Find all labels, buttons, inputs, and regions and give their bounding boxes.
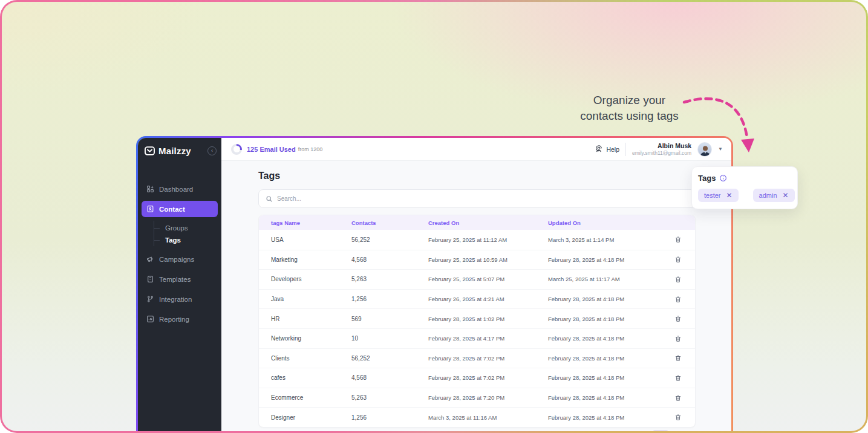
updated-on-cell: February 28, 2025 at 4:18 PM (548, 335, 661, 342)
table-header-row: tags Name Contacts Created On Updated On (259, 215, 695, 230)
table-row: Clients56,252February 28, 2025 at 7:02 P… (259, 348, 695, 368)
row-actions (661, 373, 695, 383)
table-row: Networking10February 28, 2025 at 4:17 PM… (259, 328, 695, 348)
tag-chip-label: tester (704, 192, 721, 199)
row-actions (661, 412, 695, 422)
table-row: cafes4,568February 28, 2025 at 7:02 PMFe… (259, 368, 695, 388)
annotation-line-2: contacts using tags (573, 108, 685, 124)
tag-name-cell: Ecommerce (271, 394, 351, 401)
page-content: Tags tags Name Contacts Created On (221, 161, 731, 428)
sidebar-item-templates[interactable]: Templates (142, 271, 218, 287)
sidebar-item-reporting[interactable]: Reporting (142, 311, 218, 327)
trash-icon (674, 354, 682, 362)
page-title: Tags (258, 171, 696, 181)
trash-icon (674, 374, 682, 382)
delete-tag-button[interactable] (673, 353, 683, 363)
trash-icon (674, 256, 682, 263)
contacts-cell: 4,568 (351, 256, 428, 263)
created-on-cell: February 28, 2025 at 4:17 PM (428, 335, 548, 342)
help-label: Help (606, 146, 619, 153)
git-branch-icon (146, 295, 154, 303)
tag-chip-tester[interactable]: tester ✕ (698, 189, 739, 202)
contacts-cell: 5,263 (351, 394, 428, 401)
row-actions (661, 275, 695, 284)
delete-tag-button[interactable] (673, 255, 683, 264)
created-on-cell: February 28, 2025 at 7:02 PM (428, 374, 548, 381)
created-on-cell: February 28, 2025 at 7:02 PM (428, 355, 548, 362)
row-actions (661, 235, 695, 244)
created-on-cell: February 28, 2025 at 1:02 PM (428, 316, 548, 322)
updated-on-cell: March 3, 2025 at 1:14 PM (548, 236, 661, 243)
search-box (258, 189, 696, 208)
email-usage-progress-ring (231, 144, 242, 155)
contacts-cell: 56,252 (351, 236, 428, 243)
trash-icon (674, 315, 682, 322)
delete-tag-button[interactable] (673, 295, 683, 304)
gradient-frame: Organize your contacts using tags Mailzz… (0, 0, 868, 433)
sidebar-item-contact[interactable]: Contact (142, 201, 218, 217)
search-icon (266, 195, 273, 203)
delete-tag-button[interactable] (673, 334, 683, 343)
sidebar-item-label: Groups (165, 224, 188, 232)
trash-icon (674, 296, 682, 303)
delete-tag-button[interactable] (673, 412, 683, 422)
contacts-cell: 569 (351, 316, 428, 322)
app-window: Mailzzy ‹ Dashboard (138, 138, 731, 431)
updated-on-cell: February 28, 2025 at 4:18 PM (548, 355, 661, 362)
sidebar-item-tags[interactable]: Tags (154, 234, 218, 246)
tag-name-cell: cafes (271, 374, 351, 381)
row-actions (661, 314, 695, 324)
template-icon (146, 275, 154, 283)
created-on-cell: February 25, 2025 at 5:07 PM (428, 276, 548, 282)
contacts-cell: 1,256 (351, 296, 428, 302)
sidebar-item-groups[interactable]: Groups (154, 222, 218, 234)
created-on-cell: February 25, 2025 at 11:12 AM (428, 236, 548, 243)
table-row: Marketing4,568February 25, 2025 at 10:59… (259, 250, 695, 270)
remove-tag-icon[interactable]: ✕ (783, 192, 789, 199)
row-actions (661, 393, 695, 403)
column-header-updated-on: Updated On (548, 220, 661, 226)
table-row: Java1,256February 26, 2025 at 4:21 AMFeb… (259, 289, 695, 309)
sidebar-collapse-button[interactable]: ‹ (207, 146, 217, 155)
delete-tag-button[interactable] (673, 314, 683, 324)
table-row: Designer1,256March 3, 2025 at 11:16 AMFe… (259, 407, 695, 427)
updated-on-cell: March 25, 2025 at 11:17 AM (548, 276, 661, 282)
trash-icon (674, 276, 682, 283)
sidebar-item-integration[interactable]: Integration (142, 291, 218, 307)
row-actions (661, 255, 695, 264)
tag-name-cell: Clients (271, 355, 351, 362)
annotation-line-1: Organize your (573, 93, 685, 108)
delete-tag-button[interactable] (673, 373, 683, 383)
email-usage-limit: from 1200 (298, 146, 323, 152)
report-chart-icon (146, 315, 154, 323)
remove-tag-icon[interactable]: ✕ (726, 192, 733, 199)
row-actions (661, 353, 695, 363)
sidebar-item-label: Tags (165, 236, 181, 244)
column-header-tags-name: tags Name (271, 220, 351, 226)
tag-name-cell: Designer (271, 414, 351, 421)
tag-chip-admin[interactable]: admin ✕ (753, 189, 795, 202)
sidebar-item-label: Campaigns (159, 256, 194, 263)
search-input[interactable] (277, 195, 688, 202)
delete-tag-button[interactable] (673, 393, 683, 403)
column-header-contacts: Contacts (351, 220, 428, 226)
updated-on-cell: February 28, 2025 at 4:18 PM (548, 394, 661, 401)
column-header-created-on: Created On (428, 220, 548, 226)
delete-tag-button[interactable] (673, 275, 683, 284)
help-button[interactable]: Help (595, 145, 619, 154)
tag-name-cell: Networking (271, 335, 351, 342)
sidebar-item-campaigns[interactable]: Campaigns (142, 251, 218, 267)
logo-row: Mailzzy ‹ (138, 138, 221, 163)
popover-title: Tags (698, 174, 716, 183)
delete-tag-button[interactable] (673, 235, 683, 244)
tree-tick (154, 228, 160, 229)
trash-icon (674, 335, 682, 342)
created-on-cell: March 3, 2025 at 11:16 AM (428, 414, 548, 421)
table-row: HR569February 28, 2025 at 1:02 PMFebruar… (259, 308, 695, 328)
updated-on-cell: February 28, 2025 at 4:18 PM (548, 414, 661, 421)
contact-subnav: Groups Tags (154, 221, 218, 246)
sidebar-item-label: Reporting (159, 316, 189, 323)
updated-on-cell: February 28, 2025 at 4:18 PM (548, 296, 661, 302)
contact-icon (146, 205, 154, 213)
sidebar-item-dashboard[interactable]: Dashboard (142, 181, 218, 197)
